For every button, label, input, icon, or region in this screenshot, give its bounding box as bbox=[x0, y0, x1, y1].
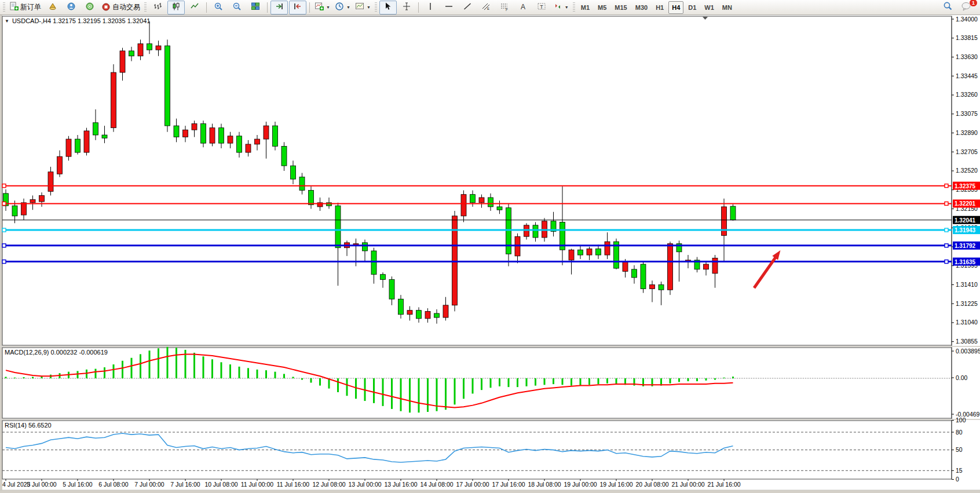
fibonacci-button[interactable]: F bbox=[496, 1, 513, 14]
candle-body bbox=[659, 284, 664, 290]
chart-shift-button[interactable] bbox=[289, 1, 306, 14]
candle-body bbox=[102, 135, 107, 138]
channel-button[interactable]: E bbox=[477, 1, 495, 14]
timeframe-button-H1[interactable]: H1 bbox=[652, 1, 667, 14]
rsi-indicator-label: RSI(14) 56.6520 bbox=[5, 422, 52, 429]
line-handle[interactable] bbox=[2, 228, 6, 232]
navigator-icon bbox=[67, 2, 76, 13]
candlestick-icon bbox=[171, 2, 181, 13]
time-axis-label: 4 Jul 2023 bbox=[2, 481, 31, 488]
candlestick-chart-button[interactable] bbox=[167, 1, 185, 14]
candle-body bbox=[183, 130, 188, 137]
svg-text:1.32201: 1.32201 bbox=[955, 200, 976, 207]
candle-body bbox=[111, 72, 116, 128]
symbol-header[interactable]: ▼ USDCAD-,H4 1.32175 1.32195 1.32035 1.3… bbox=[5, 17, 150, 24]
chevron-down-icon: ▼ bbox=[326, 5, 330, 9]
price-axis-tick: 1.32890 bbox=[956, 129, 978, 136]
price-axis-tick: 1.33075 bbox=[956, 110, 978, 117]
candle-body bbox=[174, 126, 179, 137]
line-handle[interactable] bbox=[2, 244, 6, 247]
tile-windows-button[interactable] bbox=[247, 1, 264, 14]
line-handle[interactable] bbox=[945, 184, 948, 188]
candle-body bbox=[12, 206, 17, 216]
auto-scroll-icon bbox=[275, 2, 284, 13]
periods-button[interactable]: ▼ bbox=[333, 1, 352, 14]
candle-body bbox=[479, 198, 484, 203]
line-handle[interactable] bbox=[945, 202, 948, 205]
line-handle[interactable] bbox=[945, 228, 948, 232]
symbol-dropdown-icon[interactable]: ▼ bbox=[5, 19, 9, 24]
toolbar-grip[interactable] bbox=[144, 2, 147, 13]
timeframe-button-H4[interactable]: H4 bbox=[668, 1, 683, 14]
pane-divider[interactable] bbox=[0, 419, 980, 420]
auto-scroll-button[interactable] bbox=[270, 1, 288, 14]
line-handle[interactable] bbox=[2, 184, 6, 188]
line-handle[interactable] bbox=[945, 260, 948, 264]
line-handle[interactable] bbox=[945, 244, 948, 247]
price-axis-tick: 1.30855 bbox=[956, 338, 978, 345]
timeframe-button-M30[interactable]: M30 bbox=[632, 1, 651, 14]
rsi-axis-tick: 0 bbox=[956, 476, 959, 483]
timeframe-button-M1[interactable]: M1 bbox=[577, 1, 593, 14]
pane-divider[interactable] bbox=[0, 346, 980, 347]
horizontal-line-button[interactable] bbox=[440, 1, 458, 14]
candle-body bbox=[165, 46, 170, 126]
zoom-out-button[interactable] bbox=[228, 1, 246, 14]
macd-pane[interactable] bbox=[2, 348, 952, 418]
candle-body bbox=[605, 242, 610, 255]
zoom-out-icon bbox=[232, 2, 242, 13]
price-axis-tick: 1.31040 bbox=[956, 319, 978, 326]
time-axis-label: 18 Jul 08:00 bbox=[528, 481, 561, 488]
autotrading-button[interactable]: 自动交易 bbox=[100, 1, 142, 14]
text-button[interactable]: A bbox=[514, 1, 532, 14]
candle-body bbox=[416, 311, 422, 319]
zoom-in-icon bbox=[214, 2, 223, 13]
navigator-button[interactable] bbox=[63, 1, 80, 14]
crosshair-icon bbox=[402, 2, 411, 13]
horizontal-line-icon bbox=[444, 2, 454, 13]
line-handle[interactable] bbox=[2, 202, 6, 205]
timeframe-button-MN[interactable]: MN bbox=[719, 1, 736, 14]
terminal-window: { "toolbar": { "new_order_label": "新订单",… bbox=[0, 0, 980, 493]
autotrading-label: 自动交易 bbox=[112, 2, 140, 12]
candle-body bbox=[335, 206, 341, 248]
cursor-button[interactable] bbox=[379, 1, 397, 14]
line-handle[interactable] bbox=[2, 260, 6, 264]
search-button[interactable] bbox=[939, 1, 956, 14]
arrows-button[interactable]: ▼ bbox=[551, 1, 571, 14]
candle-body bbox=[57, 156, 63, 174]
signals-button[interactable] bbox=[81, 1, 98, 14]
candle-body bbox=[623, 261, 628, 272]
indicators-button[interactable]: ▼ bbox=[313, 1, 332, 14]
chevron-down-icon: ▼ bbox=[346, 5, 350, 9]
toolbar-grip[interactable] bbox=[375, 2, 377, 13]
zoom-in-button[interactable] bbox=[210, 1, 227, 14]
bar-chart-button[interactable] bbox=[149, 1, 166, 14]
candle-body bbox=[712, 258, 718, 273]
chart-canvas[interactable]: 1.340001.338151.336301.334451.332601.330… bbox=[0, 0, 980, 493]
vertical-line-button[interactable] bbox=[422, 1, 439, 14]
candle-body bbox=[722, 207, 727, 236]
candle-body bbox=[309, 191, 314, 205]
trendline-button[interactable] bbox=[459, 1, 476, 14]
toolbar-grip[interactable] bbox=[573, 2, 575, 13]
text-label-button[interactable]: T bbox=[533, 1, 550, 14]
timeframe-button-D1[interactable]: D1 bbox=[685, 1, 700, 14]
line-chart-button[interactable] bbox=[186, 1, 203, 14]
price-pane[interactable] bbox=[2, 16, 952, 345]
candle-body bbox=[569, 250, 574, 260]
crosshair-button[interactable] bbox=[398, 1, 415, 14]
time-axis-label: 14 Jul 08:00 bbox=[420, 481, 453, 488]
timeframe-button-M5[interactable]: M5 bbox=[594, 1, 610, 14]
candle-body bbox=[407, 311, 412, 315]
candle-body bbox=[299, 177, 305, 191]
notifications-button[interactable]: 1 bbox=[957, 1, 975, 14]
timeframe-button-M15[interactable]: M15 bbox=[611, 1, 630, 14]
toolbar-grip[interactable] bbox=[3, 2, 5, 13]
templates-button[interactable]: ▼ bbox=[353, 1, 372, 14]
market-watch-button[interactable] bbox=[44, 1, 61, 14]
candle-body bbox=[30, 200, 35, 203]
timeframe-button-W1[interactable]: W1 bbox=[701, 1, 718, 14]
new-order-button[interactable]: 新订单 bbox=[8, 1, 43, 14]
time-axis-label: 13 Jul 16:00 bbox=[384, 481, 417, 488]
